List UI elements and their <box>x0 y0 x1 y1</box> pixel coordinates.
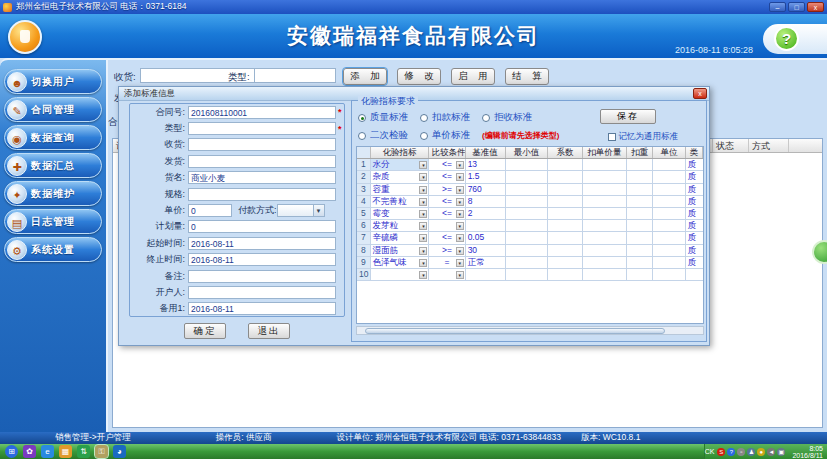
chevron-down-icon[interactable]: ▼ <box>313 205 324 216</box>
sidebar-item-6[interactable]: ▤日志管理 <box>4 209 102 234</box>
radio-单价标准[interactable] <box>420 132 428 140</box>
field-input[interactable]: 0 <box>188 204 232 217</box>
checkbox-icon[interactable] <box>608 133 616 141</box>
maximize-button[interactable]: □ <box>788 2 805 12</box>
save-button[interactable]: 保存 <box>600 109 656 124</box>
tray-icon-4[interactable]: ♟ <box>747 448 755 456</box>
field-label: 单价: <box>130 204 188 217</box>
chevron-down-icon[interactable]: ▾ <box>419 210 427 218</box>
ok-button[interactable]: 确定 <box>184 323 226 339</box>
field-input[interactable]: 2016-08-11 <box>188 302 336 315</box>
green-app-icon[interactable]: ⇅ <box>77 445 90 458</box>
tray-icon-3[interactable]: ▫ <box>737 448 745 456</box>
chevron-down-icon[interactable]: ▾ <box>419 234 427 242</box>
field-input[interactable]: 2016-08-11 <box>188 253 336 266</box>
radio-label[interactable]: 单价标准 <box>432 129 470 142</box>
table-row[interactable]: 10▾▾ <box>357 269 703 281</box>
table-row[interactable]: 1水分▾<=▾13质 <box>357 159 703 171</box>
tray-icon-6[interactable]: ◄ <box>767 448 775 456</box>
enable-button[interactable]: 启 用 <box>451 68 495 85</box>
sidebar-item-5[interactable]: ✦数据维护 <box>4 181 102 206</box>
radio-拒收标准[interactable] <box>482 114 490 122</box>
chevron-down-icon[interactable]: ▾ <box>456 234 464 242</box>
modify-button[interactable]: 修 改 <box>397 68 441 85</box>
table-row[interactable]: 4不完善粒▾<=▾8质 <box>357 196 703 208</box>
table-row[interactable]: 7辛硫磷▾<=▾0.05质 <box>357 232 703 244</box>
type-input[interactable] <box>254 68 336 83</box>
radio-label[interactable]: 拒收标准 <box>494 111 532 124</box>
dialog-close-icon[interactable]: x <box>693 88 707 99</box>
close-button[interactable]: x <box>807 2 824 12</box>
tray-icon-5[interactable]: ● <box>757 448 765 456</box>
table-row[interactable]: 9色泽气味▾=▾正常质 <box>357 257 703 269</box>
chevron-down-icon[interactable]: ▾ <box>419 222 427 230</box>
chevron-down-icon[interactable]: ▾ <box>456 161 464 169</box>
settle-button[interactable]: 结 算 <box>505 68 549 85</box>
media-app-icon[interactable]: ◕ <box>113 445 126 458</box>
field-input[interactable] <box>188 188 336 201</box>
tray-icon-7[interactable]: ▣ <box>777 448 785 456</box>
field-input[interactable]: 商业小麦 <box>188 171 336 184</box>
key-tool-icon[interactable]: ⚿ <box>95 445 108 458</box>
table-row[interactable]: 5霉变▾<=▾2质 <box>357 208 703 220</box>
scrollbar-thumb[interactable] <box>365 328 665 334</box>
tray-icon-1[interactable]: S <box>717 448 725 456</box>
chevron-down-icon[interactable]: ▾ <box>419 161 427 169</box>
chevron-down-icon[interactable]: ▾ <box>456 222 464 230</box>
ime-indicator[interactable]: CK <box>705 448 715 455</box>
chevron-down-icon[interactable]: ▾ <box>456 186 464 194</box>
chevron-down-icon[interactable]: ▾ <box>419 173 427 181</box>
field-input[interactable] <box>188 155 336 168</box>
field-input[interactable] <box>188 270 336 283</box>
minimize-button[interactable]: – <box>769 2 786 12</box>
ie-browser-icon[interactable]: e <box>41 445 54 458</box>
table-row[interactable]: 3容重▾>=▾760质 <box>357 184 703 196</box>
field-input[interactable] <box>188 138 336 151</box>
horizontal-scrollbar[interactable] <box>356 326 704 335</box>
folder-app-icon[interactable]: ▦ <box>59 445 72 458</box>
payment-method-select[interactable]: ▼ <box>277 204 325 217</box>
chevron-down-icon[interactable]: ▾ <box>419 247 427 255</box>
field-input[interactable]: 0 <box>188 220 336 233</box>
chevron-down-icon[interactable]: ▾ <box>419 186 427 194</box>
chevron-down-icon[interactable]: ▾ <box>419 271 427 279</box>
chevron-down-icon[interactable]: ▾ <box>456 259 464 267</box>
payment-method-label: 付款方式: <box>238 204 277 217</box>
radio-二次检验[interactable] <box>358 132 366 140</box>
radio-label[interactable]: 质量标准 <box>370 111 408 124</box>
pinwheel-app-icon[interactable]: ✿ <box>23 445 36 458</box>
field-input[interactable]: 201608110001 <box>188 106 336 119</box>
tray-icon-2[interactable]: ? <box>727 448 735 456</box>
status-version: 版本: WC10.8.1 <box>581 432 641 444</box>
field-input[interactable] <box>188 286 336 299</box>
sidebar-item-3[interactable]: ◉数据查询 <box>4 125 102 150</box>
table-row[interactable]: 8湿面筋▾>=▾30质 <box>357 245 703 257</box>
help-button[interactable]: ? <box>774 26 799 51</box>
table-row[interactable]: 6发芽粒▾▾质 <box>357 220 703 232</box>
radio-质量标准[interactable] <box>358 114 366 122</box>
field-label: 备注: <box>130 270 188 283</box>
status-bar: 销售管理->开户管理 操作员: 供应商 设计单位: 郑州金恒电子技术有限公司 电… <box>0 432 827 444</box>
start-button[interactable]: ⊞ <box>5 445 18 458</box>
table-row[interactable]: 2杂质▾<=▾1.5质 <box>357 171 703 183</box>
radio-label[interactable]: 二次检验 <box>370 129 408 142</box>
chevron-down-icon[interactable]: ▾ <box>456 210 464 218</box>
add-button[interactable]: 添 加 <box>343 68 387 85</box>
sidebar-item-7[interactable]: ⚙系统设置 <box>4 237 102 262</box>
chevron-down-icon[interactable]: ▾ <box>419 198 427 206</box>
os-titlebar: 郑州金恒电子技术有限公司 电话：0371-6184 – □ x <box>0 0 827 14</box>
exit-button[interactable]: 退出 <box>248 323 290 339</box>
radio-扣款标准[interactable] <box>420 114 428 122</box>
sidebar-item-1[interactable]: ☻切换用户 <box>4 69 102 94</box>
chevron-down-icon[interactable]: ▾ <box>419 259 427 267</box>
sidebar-item-2[interactable]: ✎合同管理 <box>4 97 102 122</box>
field-input[interactable]: 2016-08-11 <box>188 237 336 250</box>
sidebar-item-4[interactable]: ✚数据汇总 <box>4 153 102 178</box>
chevron-down-icon[interactable]: ▾ <box>456 173 464 181</box>
chevron-down-icon[interactable]: ▾ <box>456 247 464 255</box>
field-input[interactable] <box>188 122 336 135</box>
memo-checkbox[interactable]: 记忆为通用标准 <box>608 131 679 143</box>
radio-label[interactable]: 扣款标准 <box>432 111 470 124</box>
chevron-down-icon[interactable]: ▾ <box>456 198 464 206</box>
chevron-down-icon[interactable]: ▾ <box>456 271 464 279</box>
